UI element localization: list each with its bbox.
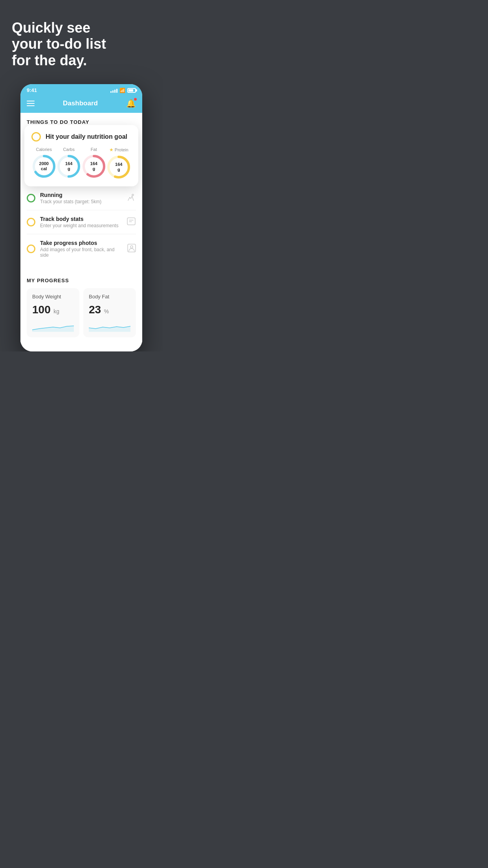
nutrition-fat: Fat 164 g [82,147,106,178]
todo-body-stats[interactable]: Track body stats Enter your weight and m… [27,210,136,234]
nutrition-card: Hit your daily nutrition goal Calories [24,125,138,186]
battery-icon [127,88,136,93]
body-fat-title: Body Fat [89,294,130,300]
carbs-value: 164 g [65,161,72,171]
photos-title: Take progress photos [40,240,123,246]
body-fat-value: 23 % [89,303,130,316]
progress-cards: Body Weight 100 kg Body Fat [27,288,136,337]
photos-radio [27,245,35,253]
protein-value: 164 g [115,162,122,172]
body-fat-chart [89,320,130,332]
nutrition-carbs: Carbs 164 g [57,147,81,178]
notification-dot [134,98,137,101]
todo-photos[interactable]: Take progress photos Add images of your … [27,234,136,263]
running-title: Running [40,192,122,198]
body-weight-title: Body Weight [32,294,74,300]
progress-section: MY PROGRESS Body Weight 100 kg [20,271,142,344]
fat-label: Fat [91,147,97,152]
body-stats-title: Track body stats [40,216,122,222]
fat-donut: 164 g [82,154,106,178]
phone-mockup: 9:41 📶 Dashboard 🔔 TH [20,84,142,351]
fat-value: 164 g [90,161,97,171]
body-stats-text: Track body stats Enter your weight and m… [40,216,122,228]
carbs-donut: 164 g [57,154,81,178]
todo-running[interactable]: Running Track your stats (target: 5km) [27,186,136,210]
signal-icon [110,88,117,93]
calories-value: 2000 cal [39,161,49,171]
progress-section-title: MY PROGRESS [27,278,136,283]
body-weight-chart [32,320,74,332]
calories-label: Calories [36,147,52,152]
nav-bar: Dashboard 🔔 [20,95,142,113]
running-subtitle: Track your stats (target: 5km) [40,199,122,204]
person-icon [127,244,136,254]
body-stats-radio [27,218,35,226]
calories-donut: 2000 cal [32,154,56,178]
body-weight-card: Body Weight 100 kg [27,288,79,337]
hero-section: Quickly see your to-do list for the day. [0,0,163,80]
body-fat-card: Body Fat 23 % [83,288,136,337]
status-icons: 📶 [110,88,136,93]
card-header: Hit your daily nutrition goal [31,132,131,142]
status-time: 9:41 [27,87,37,93]
bell-icon[interactable]: 🔔 [126,99,136,108]
wifi-icon: 📶 [119,88,125,93]
nutrition-calories: Calories 2000 cal [32,147,56,178]
photos-subtitle: Add images of your front, back, and side [40,247,123,258]
hamburger-menu[interactable] [27,101,35,106]
nutrition-card-title: Hit your daily nutrition goal [46,133,127,140]
running-radio [27,194,35,202]
carbs-label: Carbs [63,147,75,152]
protein-donut: 164 g [106,155,131,179]
svg-point-10 [130,246,133,248]
scale-icon [127,217,136,228]
nutrition-circles: Calories 2000 cal [31,147,131,179]
body-stats-subtitle: Enter your weight and measurements [40,223,122,228]
protein-label: ★ Protein [109,147,128,153]
content-area: THINGS TO DO TODAY Hit your daily nutrit… [20,113,142,351]
hero-title: Quickly see your to-do list for the day. [12,20,151,68]
svg-rect-8 [127,218,135,225]
star-icon: ★ [109,147,114,153]
photos-text: Take progress photos Add images of your … [40,240,123,258]
nutrition-radio[interactable] [31,132,41,142]
running-icon [127,193,136,203]
status-bar: 9:41 📶 [20,84,142,95]
todo-list: Running Track your stats (target: 5km) T… [20,186,142,263]
nav-title: Dashboard [63,99,98,107]
running-text: Running Track your stats (target: 5km) [40,192,122,204]
nutrition-protein: ★ Protein 164 g [106,147,131,179]
body-weight-value: 100 kg [32,303,74,316]
